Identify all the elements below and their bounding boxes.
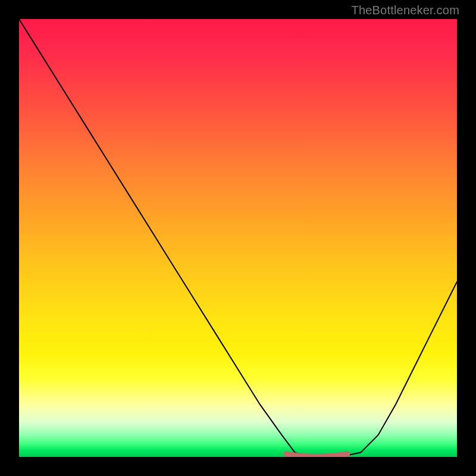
chart-svg bbox=[19, 19, 457, 457]
watermark-text: TheBottleneker.com bbox=[352, 4, 459, 17]
chart-container: TheBottleneker.com bbox=[0, 0, 476, 476]
plot-area bbox=[19, 19, 457, 457]
bottleneck-curve bbox=[19, 19, 457, 457]
optimal-range-marker bbox=[286, 454, 347, 457]
